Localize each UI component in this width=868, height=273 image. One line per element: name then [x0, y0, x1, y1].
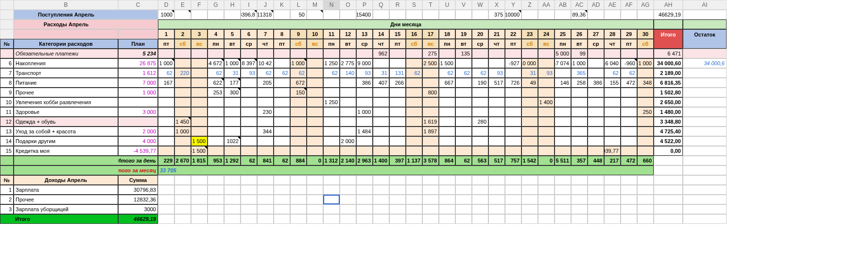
- day-num[interactable]: 1: [158, 29, 174, 39]
- cell[interactable]: [538, 136, 555, 146]
- col-I[interactable]: I: [241, 0, 257, 10]
- cell[interactable]: [208, 117, 224, 127]
- dow[interactable]: пт: [158, 39, 174, 49]
- cell[interactable]: [683, 165, 727, 175]
- day-total[interactable]: 1 312: [323, 156, 340, 165]
- cell[interactable]: [241, 185, 257, 195]
- rownum[interactable]: [0, 19, 14, 29]
- cell[interactable]: [683, 49, 727, 58]
- day-total[interactable]: 884: [290, 156, 307, 165]
- cell[interactable]: [174, 204, 191, 214]
- cell[interactable]: [208, 195, 224, 204]
- cell[interactable]: [307, 185, 323, 195]
- cell[interactable]: [654, 165, 683, 175]
- cell[interactable]: [683, 10, 727, 19]
- cell[interactable]: [158, 49, 174, 58]
- col-N[interactable]: N: [323, 0, 340, 10]
- cell[interactable]: [555, 10, 571, 19]
- cell[interactable]: [439, 88, 455, 97]
- rest-value[interactable]: [683, 78, 727, 88]
- cell[interactable]: [406, 58, 422, 68]
- cell[interactable]: [208, 185, 224, 195]
- cell[interactable]: [208, 146, 224, 156]
- rownum[interactable]: [0, 10, 14, 19]
- cell[interactable]: [224, 214, 241, 224]
- cell[interactable]: 131: [389, 68, 406, 78]
- cell[interactable]: 177: [224, 78, 241, 88]
- cell[interactable]: [158, 117, 174, 127]
- cell[interactable]: [538, 88, 555, 97]
- no-header[interactable]: №: [0, 39, 14, 49]
- day-total[interactable]: 1 137: [406, 156, 422, 165]
- day-num[interactable]: 30: [637, 29, 654, 39]
- row-total[interactable]: 1 502,80: [654, 88, 683, 97]
- mandatory-label[interactable]: Обязательные платежи: [14, 49, 118, 58]
- income-sum[interactable]: 3000: [118, 204, 158, 214]
- cell[interactable]: [373, 175, 389, 185]
- cell[interactable]: [505, 117, 521, 127]
- col-P[interactable]: P: [356, 0, 373, 10]
- cell[interactable]: [174, 10, 191, 19]
- cell[interactable]: [340, 195, 356, 204]
- cell[interactable]: [241, 195, 257, 204]
- rest-value[interactable]: [683, 136, 727, 146]
- cell[interactable]: [604, 195, 621, 204]
- cell[interactable]: -4 672: [208, 58, 224, 68]
- dow[interactable]: чт: [373, 39, 389, 49]
- cell[interactable]: [455, 214, 472, 224]
- cell[interactable]: [356, 195, 373, 204]
- cell[interactable]: [389, 97, 406, 107]
- cell[interactable]: [538, 214, 555, 224]
- cell[interactable]: [472, 195, 488, 204]
- cell[interactable]: [373, 97, 389, 107]
- cell[interactable]: [290, 117, 307, 127]
- cell[interactable]: [488, 185, 505, 195]
- col-AH[interactable]: AH: [654, 0, 683, 10]
- cell[interactable]: [224, 185, 241, 195]
- income-total-label[interactable]: Итого: [14, 214, 118, 224]
- cell[interactable]: 62: [455, 68, 472, 78]
- cell[interactable]: [323, 204, 340, 214]
- cell[interactable]: 12: [0, 117, 14, 127]
- dow[interactable]: пн: [323, 39, 340, 49]
- cell[interactable]: [555, 185, 571, 195]
- cell[interactable]: [323, 88, 340, 97]
- cell[interactable]: [356, 49, 373, 58]
- cell[interactable]: [241, 127, 257, 136]
- cell[interactable]: 140: [340, 68, 356, 78]
- day-num[interactable]: 6: [241, 29, 257, 39]
- cell[interactable]: 250: [637, 107, 654, 117]
- cell[interactable]: [505, 49, 521, 58]
- cell[interactable]: [340, 175, 356, 185]
- cell[interactable]: [191, 175, 208, 185]
- col-J[interactable]: J: [257, 0, 274, 10]
- cell[interactable]: [307, 97, 323, 107]
- row-total[interactable]: 6 816,35: [654, 78, 683, 88]
- cell[interactable]: [340, 185, 356, 195]
- cell[interactable]: [571, 175, 588, 185]
- cell[interactable]: [621, 136, 637, 146]
- cell[interactable]: 407: [373, 78, 389, 88]
- cell[interactable]: [307, 175, 323, 185]
- day-total[interactable]: 2 670: [174, 156, 191, 165]
- cell[interactable]: [439, 117, 455, 127]
- row-total[interactable]: 2 189,00: [654, 68, 683, 78]
- day-total[interactable]: 1 292: [224, 156, 241, 165]
- cell[interactable]: [555, 214, 571, 224]
- cell[interactable]: [439, 175, 455, 185]
- cell[interactable]: [588, 49, 604, 58]
- category-name[interactable]: Одежда + обувь: [14, 117, 118, 127]
- cell[interactable]: [191, 107, 208, 117]
- cell[interactable]: [588, 88, 604, 97]
- cell[interactable]: 167: [158, 78, 174, 88]
- cell[interactable]: [571, 195, 588, 204]
- cell[interactable]: 300: [224, 88, 241, 97]
- plan-value[interactable]: 7 000: [118, 78, 158, 88]
- cell[interactable]: [604, 10, 621, 19]
- cell[interactable]: [488, 49, 505, 58]
- income-total-val[interactable]: 46629,19: [118, 214, 158, 224]
- rest-value[interactable]: [683, 68, 727, 78]
- cell[interactable]: [373, 195, 389, 204]
- cell[interactable]: [555, 68, 571, 78]
- cell[interactable]: [389, 185, 406, 195]
